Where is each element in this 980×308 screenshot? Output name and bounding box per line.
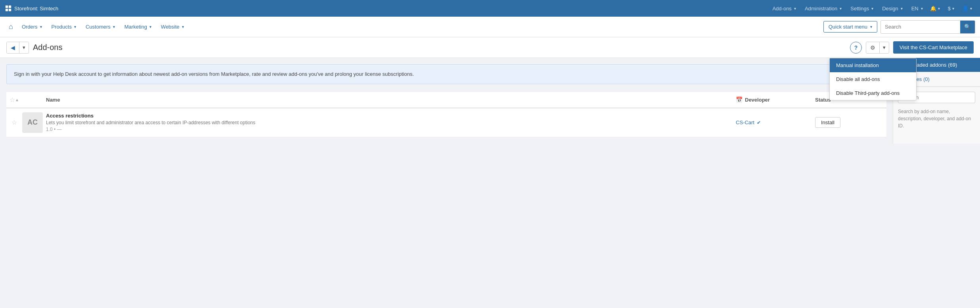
- nav-customers[interactable]: Customers ▾: [81, 17, 120, 37]
- svg-rect-3: [9, 9, 11, 11]
- home-button[interactable]: ⌂: [5, 23, 17, 31]
- topbar-language[interactable]: EN ▾: [907, 0, 927, 17]
- navbar: ⌂ Orders ▾ Products ▾ Customers ▾ Market…: [0, 17, 980, 37]
- navbar-search: 🔍: [880, 20, 975, 34]
- help-button[interactable]: ?: [850, 42, 862, 54]
- dropdown-disable-third-party[interactable]: Disable Third-party add-ons: [830, 86, 916, 100]
- quick-start-caret: ▾: [870, 25, 872, 29]
- quick-start-button[interactable]: Quick start menu ▾: [823, 21, 877, 33]
- nav-marketing[interactable]: Marketing ▾: [120, 17, 156, 37]
- back-button[interactable]: ◀: [7, 42, 19, 53]
- addon-version: 1.0 • —: [46, 127, 736, 132]
- topbar-nav: Add-ons ▾ Administration ▾ Settings ▾ De…: [768, 0, 926, 17]
- nav-website[interactable]: Website ▾: [156, 17, 189, 37]
- topbar-icons: 🔔 ▾ $ ▾ 👤 ▾: [927, 0, 975, 17]
- sort-star-icon[interactable]: ☆: [10, 96, 15, 104]
- navbar-search-button[interactable]: 🔍: [960, 21, 975, 33]
- help-icon: ?: [854, 44, 858, 51]
- install-button[interactable]: Install: [815, 117, 840, 128]
- addon-icon: AC: [22, 112, 43, 133]
- website-caret: ▾: [182, 25, 184, 29]
- gear-icon: ⚙: [870, 44, 875, 51]
- svg-rect-0: [6, 6, 8, 8]
- design-caret: ▾: [901, 6, 903, 11]
- topbar: Storefront: Simtech Add-ons ▾ Administra…: [0, 0, 980, 17]
- name-column-header: Name: [46, 97, 736, 103]
- back-icon: ◀: [11, 44, 15, 51]
- user-button[interactable]: 👤 ▾: [959, 0, 975, 17]
- back-button-group: ◀ ▾: [6, 42, 29, 54]
- currency-button[interactable]: $ ▾: [945, 0, 957, 17]
- addons-caret: ▾: [794, 6, 796, 11]
- back-dropdown-icon: ▾: [23, 44, 25, 50]
- notifications-button[interactable]: 🔔 ▾: [927, 0, 943, 17]
- topbar-addons[interactable]: Add-ons ▾: [768, 0, 800, 17]
- svg-rect-2: [6, 9, 8, 11]
- gear-dropdown-button[interactable]: ▾: [880, 42, 889, 53]
- main-content: Sign in with your Help Desk account to g…: [0, 58, 893, 144]
- language-caret: ▾: [921, 6, 923, 11]
- page-header: ◀ ▾ Add-ons ? ⚙ ▾ Visit the CS-Cart Mark…: [0, 37, 980, 58]
- administration-caret: ▾: [840, 6, 842, 11]
- storefront-label: Storefront: Simtech: [14, 6, 58, 12]
- topbar-settings[interactable]: Settings ▾: [846, 0, 877, 17]
- developer-column-header: Developer: [745, 97, 770, 103]
- svg-rect-1: [9, 6, 11, 8]
- nav-products[interactable]: Products ▾: [47, 17, 81, 37]
- topbar-administration[interactable]: Administration ▾: [801, 0, 846, 17]
- verified-check-icon: ✔: [757, 120, 761, 125]
- currency-caret: ▾: [952, 6, 954, 11]
- notifications-caret: ▾: [938, 6, 940, 11]
- developer-link[interactable]: CS-Cart: [736, 119, 754, 125]
- favorite-star-icon[interactable]: ☆: [11, 119, 17, 126]
- dropdown-disable-all[interactable]: Disable all add-ons: [830, 72, 916, 86]
- page-title: Add-ons: [33, 43, 846, 52]
- currency-icon: $: [948, 6, 951, 12]
- marketplace-button[interactable]: Visit the CS-Cart Marketplace: [893, 41, 974, 54]
- table-row: ☆ AC Access restrictions Lets you limit …: [6, 108, 886, 137]
- search-icon: 🔍: [964, 24, 971, 30]
- gear-arrow-icon: ▾: [883, 44, 886, 50]
- marketing-caret: ▾: [149, 25, 151, 29]
- navbar-search-input[interactable]: [881, 21, 960, 32]
- addon-description: Lets you limit storefront and administra…: [46, 120, 736, 125]
- home-icon: ⌂: [9, 23, 13, 31]
- nav-orders[interactable]: Orders ▾: [17, 17, 47, 37]
- sort-arrow: ▲: [15, 98, 19, 102]
- page-header-wrapper: ◀ ▾ Add-ons ? ⚙ ▾ Visit the CS-Cart Mark…: [0, 37, 980, 58]
- logo-icon: [5, 5, 12, 12]
- customers-caret: ▾: [113, 25, 115, 29]
- user-icon: 👤: [962, 6, 969, 12]
- calendar-icon: 📅: [736, 96, 743, 103]
- addon-name: Access restrictions: [46, 113, 736, 119]
- gear-dropdown-menu: Manual installation Disable all add-ons …: [829, 58, 917, 100]
- orders-caret: ▾: [40, 25, 42, 29]
- settings-caret: ▾: [871, 6, 873, 11]
- sidebar-search-hint: Search by add-on name, description, deve…: [893, 108, 980, 134]
- info-box: Sign in with your Help Desk account to g…: [6, 64, 886, 84]
- user-caret: ▾: [970, 6, 972, 11]
- gear-button[interactable]: ⚙: [866, 42, 880, 53]
- storefront-logo[interactable]: Storefront: Simtech: [5, 5, 58, 12]
- table-header: ☆ ▲ Name 📅 Developer Status: [6, 92, 886, 108]
- products-caret: ▾: [74, 25, 76, 29]
- gear-button-group: ⚙ ▾: [866, 42, 889, 54]
- topbar-design[interactable]: Design ▾: [878, 0, 906, 17]
- dropdown-manual-installation[interactable]: Manual installation: [830, 58, 916, 72]
- bell-icon: 🔔: [930, 6, 936, 12]
- back-dropdown-button[interactable]: ▾: [19, 42, 29, 53]
